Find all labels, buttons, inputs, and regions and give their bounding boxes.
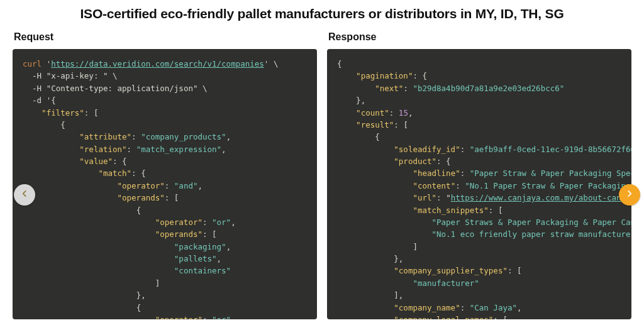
page-title: ISO-certified eco-friendly pallet manufa… [0, 0, 644, 25]
key-company-legal-names: "company_legal_names" [394, 315, 493, 319]
val-or-1: "or" [212, 217, 231, 227]
request-column: Request curl 'https://data.veridion.com/… [13, 25, 317, 319]
response-code: { "pagination": { "next": "b29d8a4b90d7a… [327, 49, 631, 319]
key-soleadify-id: "soleadify_id" [394, 145, 460, 154]
response-header: Response [327, 25, 631, 49]
key-company-name: "company_name" [394, 303, 460, 312]
key-product: "product" [394, 157, 436, 166]
key-operator-3: "operator" [155, 315, 203, 319]
val-attribute: "company_products" [141, 132, 226, 141]
key-filters: "filters" [42, 108, 84, 118]
response-pre: { "pagination": { "next": "b29d8a4b90d7a… [337, 58, 621, 319]
next-button[interactable] [619, 184, 640, 206]
chevron-left-icon [20, 189, 29, 201]
curl-command: curl [23, 59, 42, 69]
key-relation: "relation" [79, 145, 126, 154]
val-soleadify-id: "aefb9aff-0ced-11ec-919d-8b56672f66f3" [470, 145, 631, 154]
key-operator-1: "operator" [118, 181, 165, 190]
key-operator-2: "operator" [155, 217, 203, 227]
val-or-2: "or" [212, 315, 231, 319]
key-url: "url" [413, 193, 436, 202]
key-result: "result" [356, 120, 394, 129]
columns: Request curl 'https://data.veridion.com/… [0, 25, 644, 319]
val-url[interactable]: https://www.canjaya.com.my/about-can-jay… [451, 193, 631, 202]
response-column: Response { "pagination": { "next": "b29d… [327, 25, 631, 319]
operand-pallets: "pallets" [174, 254, 217, 263]
header-content-type: -H "Content-type: application/json" \ [32, 84, 207, 93]
header-api-key: -H "x-api-key: " \ [32, 71, 117, 80]
operand-containers: "containers" [174, 266, 231, 275]
key-match: "match" [98, 168, 131, 178]
snippet-2: "No.1 eco friendly paper straw manufactu… [432, 229, 631, 239]
request-url[interactable]: https://data.veridion.com/search/v1/comp… [51, 59, 264, 69]
key-headline: "headline" [413, 168, 460, 178]
key-attribute: "attribute" [79, 132, 131, 141]
val-relation: "match_expression" [136, 145, 221, 154]
val-company-name: "Can Jaya" [470, 303, 517, 312]
prev-button[interactable] [14, 184, 35, 206]
request-code: curl 'https://data.veridion.com/search/v… [13, 49, 317, 319]
key-next: "next" [375, 84, 403, 93]
val-content: "No.1 Paper Straw & Paper Packaging spec… [465, 181, 631, 190]
chevron-right-icon [625, 189, 634, 201]
val-count: 15 [399, 108, 408, 118]
key-count: "count" [356, 108, 389, 118]
val-and: "and" [174, 181, 198, 190]
val-headline: "Paper Straw & Paper Packaging Specialis… [470, 168, 631, 178]
request-header: Request [13, 25, 317, 49]
key-company-supplier-types: "company_supplier_types" [394, 266, 508, 275]
request-pre: curl 'https://data.veridion.com/search/v… [23, 58, 307, 319]
data-flag: -d '{ [32, 96, 56, 105]
val-manufacturer: "manufacturer" [413, 278, 479, 288]
key-operands-1: "operands" [118, 193, 165, 202]
operand-packaging: "packaging" [174, 242, 226, 251]
key-value: "value" [79, 157, 113, 166]
key-pagination: "pagination" [356, 71, 413, 80]
key-match-snippets: "match_snippets" [413, 206, 488, 215]
snippet-1: "Paper Straws & Paper Packaging & Paper … [432, 217, 631, 227]
key-content: "content" [413, 181, 455, 190]
key-operands-2: "operands" [155, 229, 203, 239]
val-next: "b29d8a4b90d7a81a9e2e03ed26bcc6" [413, 84, 564, 93]
